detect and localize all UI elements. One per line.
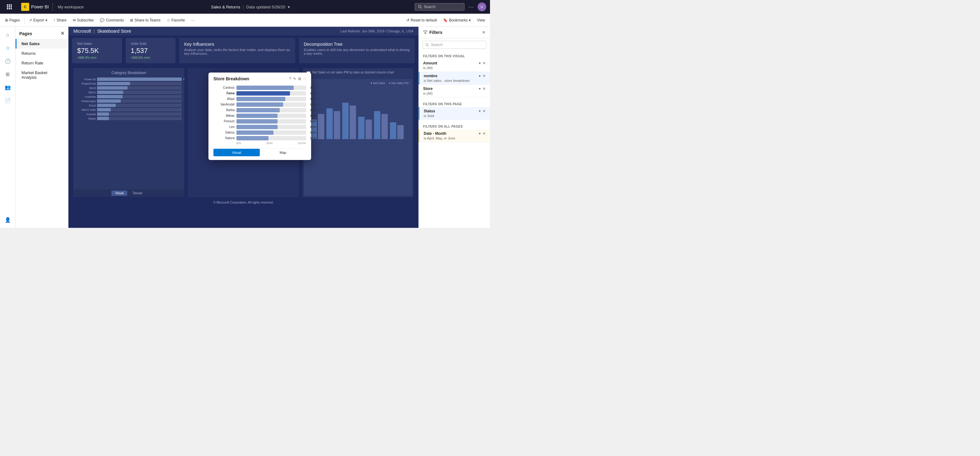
more-toolbar-button[interactable]: ···	[189, 16, 197, 24]
share-button[interactable]: ↑ Share	[51, 16, 69, 24]
filter-store[interactable]: Store ▾ ✕ is (All)	[419, 85, 490, 97]
popup-map-tab[interactable]: Map	[260, 149, 306, 156]
filter-nombre-clear-icon[interactable]: ✕	[482, 74, 486, 78]
chevron-down-icon[interactable]: ▾	[288, 5, 290, 10]
filter-amount[interactable]: Amount ▾ ✕ is (All)	[419, 59, 490, 72]
view-label: View	[477, 18, 485, 22]
store-bar-row: Salvus $52K	[213, 131, 306, 135]
filter-status-clear-icon[interactable]: ✕	[482, 109, 486, 113]
filter-status-header: Status ▾ ✕	[424, 109, 486, 113]
pages-panel-close[interactable]: ✕	[60, 30, 64, 37]
store-bar-track: $69K	[237, 97, 306, 101]
filter-store-value: is (All)	[423, 91, 486, 95]
reset-icon: ↺	[406, 18, 409, 22]
search-label: Search	[424, 5, 436, 9]
page-item-netsales[interactable]: Net Sales	[16, 39, 68, 49]
page-item-returnrate[interactable]: Return Rate	[16, 58, 68, 68]
svg-rect-0	[7, 4, 8, 6]
favorite-label: Favorite	[172, 18, 185, 22]
pages-button[interactable]: ⊞ Pages	[3, 16, 22, 24]
filter-chevron-icon[interactable]: ▾	[479, 61, 480, 65]
toolbar-separator-1	[24, 16, 25, 24]
third-chart-panel: Net Sales vs net sales PM by date as sta…	[303, 68, 414, 197]
cat-chart-rows: Power BI $19.8K PowerPoint $7.8K Word $7…	[76, 78, 182, 120]
cat-bar-fill	[97, 117, 109, 120]
cat-tab-tabular[interactable]: Tabular	[129, 190, 146, 196]
filter-search-input[interactable]	[431, 43, 484, 47]
pages-panel: Pages ✕ Net Sales Returns Return Rate Ma…	[16, 27, 68, 228]
filters-all-pages-section: Filters on all pages Date - Month ▾ ✕ is…	[419, 122, 490, 144]
filter-date-clear-icon[interactable]: ✕	[482, 131, 486, 136]
breadcrumb-sep: |	[94, 29, 95, 33]
workspace-selector[interactable]: My workspace	[56, 5, 86, 10]
page-item-marketbasket[interactable]: Market Basket Analysis	[16, 68, 68, 82]
svg-rect-3	[7, 6, 8, 8]
filter-nombre-value: is Net sales - store breakdown	[424, 79, 486, 83]
nav-recent-icon[interactable]: 🕐	[2, 56, 13, 67]
cat-chart-row: PowerApps $5.5K	[76, 99, 182, 103]
popup-more-icon[interactable]: ···	[303, 77, 306, 81]
filter-date-chevron-icon[interactable]: ▾	[479, 131, 480, 136]
nav-profile-icon[interactable]: 👤	[2, 214, 13, 225]
left-nav-icons: ⌂ ☆ 🕐 ⊞ 👥 📄 👤	[0, 27, 16, 228]
bookmarks-button[interactable]: 🔖 Bookmarks ▾	[441, 16, 473, 24]
export-chevron-icon: ▾	[45, 18, 47, 22]
svg-rect-4	[9, 6, 10, 8]
cat-tab-visual[interactable]: Visual	[111, 190, 127, 196]
store-bar-fill	[237, 97, 285, 101]
page-item-returns[interactable]: Returns	[16, 49, 68, 58]
filter-nombre[interactable]: nombre ▾ ✕ is Net sales - store breakdow…	[419, 72, 490, 85]
popup-visual-tab[interactable]: Visual	[213, 149, 260, 156]
cat-label: PowerPoint	[76, 82, 96, 85]
svg-rect-14	[334, 111, 340, 139]
nav-apps-icon[interactable]: ⊞	[2, 69, 13, 80]
filter-search-box[interactable]	[423, 41, 486, 49]
popup-help-icon[interactable]: ?	[289, 77, 291, 81]
store-bar-label: Natura	[213, 136, 235, 140]
popup-edit-icon[interactable]: ✎	[293, 77, 296, 81]
popup-title: Store Breakdown	[213, 76, 249, 81]
svg-rect-15	[342, 103, 348, 139]
export-label: Export	[33, 18, 44, 22]
cat-label: PowerApps	[76, 100, 96, 103]
reset-button[interactable]: ↺ Reset to default	[404, 16, 439, 24]
store-bar-row: Fama $76K	[213, 91, 306, 96]
cat-label: Skype	[76, 117, 96, 120]
cat-chart-row: XBOX ONE $3.1K	[76, 108, 182, 112]
grid-menu-icon[interactable]	[4, 1, 15, 13]
export-button[interactable]: ↗ Export ▾	[27, 16, 50, 24]
comments-button[interactable]: 💬 Comments	[97, 16, 126, 24]
store-bar-label: Leo	[213, 125, 235, 129]
filter-status-chevron-icon[interactable]: ▾	[479, 109, 480, 113]
filter-nombre-chevron-icon[interactable]: ▾	[479, 74, 480, 78]
nav-bookmark-icon[interactable]: ☆	[2, 42, 13, 54]
cat-bar-track: $4.3K	[97, 104, 182, 107]
nav-bottom-icons: 👤	[2, 214, 13, 225]
store-bar-fill	[237, 136, 269, 140]
user-avatar[interactable]: U	[477, 3, 486, 11]
filter-clear-icon[interactable]: ✕	[482, 61, 486, 65]
share-teams-button[interactable]: ⊞ Share to Teams	[127, 16, 163, 24]
popup-copy-icon[interactable]: ⊞	[298, 77, 301, 81]
search-box[interactable]: Search	[415, 3, 465, 11]
svg-rect-5	[11, 6, 12, 8]
filters-panel-close[interactable]: ✕	[482, 30, 486, 35]
filter-status[interactable]: Status ▾ ✕ is Sold	[419, 107, 490, 120]
nav-home-icon[interactable]: ⌂	[2, 29, 13, 40]
bar-axis: $0K $50K $100K	[213, 142, 306, 145]
cat-chart-row: PowerPoint $7.8K	[76, 82, 182, 85]
filter-date-month[interactable]: Date - Month ▾ ✕ is April, May, or June	[419, 129, 490, 142]
svg-rect-20	[382, 114, 388, 139]
filter-store-chevron-icon[interactable]: ▾	[479, 86, 480, 91]
subscribe-button[interactable]: ✉ Subscribe	[70, 16, 96, 24]
nav-shared-icon[interactable]: 👥	[2, 81, 13, 93]
reset-label: Reset to default	[410, 18, 437, 22]
favorite-button[interactable]: ☆ Favorite	[164, 16, 187, 24]
svg-rect-19	[374, 111, 380, 139]
view-button[interactable]: View	[474, 16, 487, 24]
more-options-button[interactable]: ⋯	[467, 3, 475, 10]
store-bar-value: $58K	[310, 113, 317, 118]
nav-learn-icon[interactable]: 📄	[2, 95, 13, 106]
filter-store-clear-icon[interactable]: ✕	[482, 86, 486, 91]
filter-amount-name: Amount	[423, 61, 437, 65]
